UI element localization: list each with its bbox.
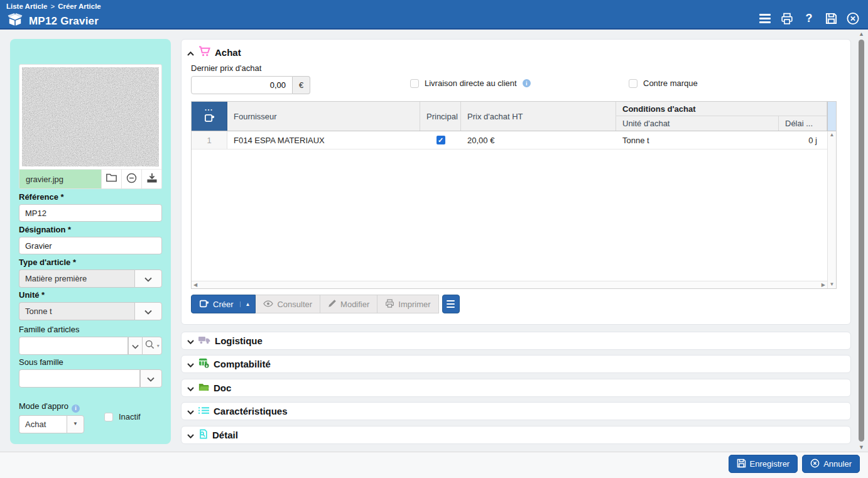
col-unite-achat[interactable]: Unité d'achat — [616, 116, 779, 131]
breadcrumb-separator: > — [50, 3, 55, 10]
section-achat: Achat Dernier prix d'achat € Livraison d… — [181, 39, 851, 325]
truck-icon — [198, 335, 210, 347]
doc-folder-icon — [198, 383, 209, 394]
row-number: 1 — [192, 131, 227, 149]
sous-famille-dropdown-button[interactable] — [140, 369, 162, 388]
scroll-left-arrow[interactable]: ◀ — [193, 283, 197, 288]
section-achat-header[interactable]: Achat — [182, 40, 850, 59]
table-vertical-scrollbar[interactable]: ▲ ▼ — [827, 131, 836, 288]
breadcrumb: Liste Article>Créer Article — [6, 3, 101, 10]
creer-dropdown-caret[interactable]: ▲ — [240, 301, 251, 307]
help-icon[interactable]: ? — [803, 12, 815, 24]
add-row-icon — [199, 298, 209, 310]
type-article-dropdown-button[interactable] — [134, 269, 162, 288]
info-icon[interactable]: i — [523, 79, 531, 87]
article-photo — [22, 67, 159, 166]
col-principal[interactable]: Principal — [420, 102, 461, 131]
unite-field: Unité * Tonne t — [19, 290, 162, 320]
modifier-button[interactable]: Modifier — [320, 295, 377, 313]
save-icon — [737, 459, 746, 470]
folder-icon — [106, 173, 117, 185]
col-fournisseur[interactable]: Fournisseur — [227, 102, 420, 131]
page-scroll-down[interactable]: ▼ — [859, 444, 864, 450]
col-delai[interactable]: Délai ... — [779, 116, 827, 131]
section-caracteristiques[interactable]: Caractéristiques — [181, 402, 851, 420]
livraison-directe-row: Livraison directe au client i — [410, 79, 531, 88]
breadcrumb-parent[interactable]: Liste Article — [6, 3, 47, 10]
page-scrollbar[interactable]: ▲ ▼ — [856, 31, 867, 450]
cell-fournisseur: F014 ESPA MATERIAUX — [227, 131, 420, 149]
info-icon[interactable]: i — [72, 405, 80, 413]
scroll-up-arrow[interactable]: ▲ — [830, 133, 835, 138]
reference-field: Référence * — [19, 192, 162, 222]
unite-dropdown-button[interactable] — [134, 302, 162, 320]
table-actions: Créer ▲ Consulter Modifier Imprimer — [191, 295, 460, 313]
reference-input[interactable] — [19, 204, 162, 222]
list-icon — [198, 406, 209, 417]
close-icon[interactable] — [847, 12, 859, 24]
sous-famille-input[interactable] — [19, 369, 140, 388]
contre-marque-row: Contre marque — [629, 79, 698, 88]
mode-appro-select[interactable]: Achat — [19, 415, 67, 433]
section-doc[interactable]: Doc — [181, 379, 851, 397]
consulter-button[interactable]: Consulter — [256, 295, 320, 313]
cell-principal: ✓ — [420, 131, 461, 149]
chevron-down-icon — [187, 430, 194, 441]
add-row-button[interactable]: ••• — [192, 102, 227, 131]
save-icon[interactable] — [825, 12, 837, 24]
principal-checkbox[interactable]: ✓ — [437, 136, 445, 144]
annuler-button[interactable]: Annuler — [802, 455, 860, 473]
famille-search-button[interactable]: ▾ — [142, 337, 162, 355]
table-horizontal-scrollbar[interactable]: ◀ ▶ — [192, 281, 827, 288]
inactif-checkbox[interactable] — [104, 413, 113, 421]
famille-input[interactable] — [19, 337, 128, 355]
imprimer-button[interactable]: Imprimer — [377, 295, 438, 313]
print-icon[interactable] — [781, 12, 793, 24]
page-scroll-up[interactable]: ▲ — [859, 31, 864, 37]
creer-button[interactable]: Créer ▲ — [191, 295, 256, 313]
enregistrer-button[interactable]: Enregistrer — [729, 455, 798, 473]
close-icon — [810, 459, 820, 470]
mode-appro-dropdown-button[interactable]: ▼ — [67, 415, 84, 433]
currency-suffix: € — [293, 76, 310, 94]
section-comptabilite[interactable]: Comptabilité — [181, 355, 851, 373]
remove-image-button[interactable] — [121, 170, 141, 188]
col-prix-achat[interactable]: Prix d'achat HT — [461, 102, 616, 131]
chevron-down-icon — [187, 383, 194, 394]
remove-icon — [126, 173, 137, 186]
livraison-directe-checkbox[interactable] — [410, 79, 419, 88]
famille-field: Famille d'articles ▾ — [19, 325, 162, 355]
article-sidebar: gravier.jpg Référence * Désignation * Ty… — [10, 39, 171, 444]
famille-dropdown-button[interactable] — [128, 337, 142, 355]
designation-input[interactable] — [19, 237, 162, 254]
page-scroll-thumb[interactable] — [859, 40, 864, 442]
chevron-down-icon — [132, 340, 139, 352]
download-icon — [147, 173, 157, 185]
article-photo-frame: gravier.jpg — [19, 64, 162, 189]
table-menu-button[interactable] — [442, 295, 460, 313]
eye-icon — [263, 300, 273, 309]
menu-icon[interactable] — [759, 12, 771, 24]
download-image-button[interactable] — [141, 170, 161, 188]
dernier-prix-input[interactable] — [191, 76, 293, 94]
cell-prix-achat: 20,00 € — [461, 131, 616, 149]
type-article-label: Type d'article * — [19, 258, 162, 267]
section-logistique[interactable]: Logistique — [181, 332, 851, 350]
dernier-prix-label: Dernier prix d'achat — [191, 63, 261, 73]
type-article-select[interactable]: Matière première — [19, 269, 134, 288]
footer-bar: Enregistrer Annuler — [0, 452, 868, 478]
scroll-down-arrow[interactable]: ▼ — [830, 282, 835, 287]
cart-icon — [198, 46, 210, 59]
inactif-label: Inactif — [119, 412, 141, 421]
sous-famille-label: Sous famille — [19, 357, 162, 367]
scroll-right-arrow[interactable]: ▶ — [822, 283, 825, 288]
table-row[interactable]: 1 F014 ESPA MATERIAUX ✓ 20,00 € Tonne t … — [192, 131, 836, 149]
section-detail[interactable]: Détail — [181, 426, 851, 444]
menu-icon — [447, 300, 455, 308]
mode-appro-label: Mode d'approi — [19, 401, 162, 413]
unite-select[interactable]: Tonne t — [19, 302, 134, 320]
contre-marque-checkbox[interactable] — [629, 79, 637, 88]
open-file-button[interactable] — [101, 170, 121, 188]
app-header: Liste Article>Créer Article MP12 Gravier… — [0, 0, 868, 30]
caret-down-icon: ▼ — [73, 421, 78, 426]
